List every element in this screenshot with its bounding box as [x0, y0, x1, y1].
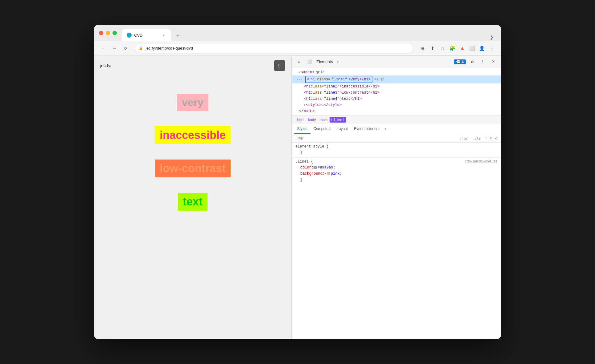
breadcrumb-h1-line1[interactable]: h1.line1	[330, 117, 346, 123]
styles-tab-more[interactable]: »	[383, 126, 388, 132]
back-button[interactable]: ←	[99, 44, 108, 53]
tab-list-button[interactable]: ❯	[487, 34, 496, 41]
traffic-light-green[interactable]	[113, 31, 117, 35]
tag-style: <style>…</style>	[306, 102, 342, 108]
site-title: jec.fyi	[100, 63, 111, 68]
tree-row-main-close[interactable]: </main>	[292, 108, 501, 114]
devtools-settings-button[interactable]: ⚙	[468, 58, 476, 66]
tag-h1-name: h1	[310, 77, 315, 82]
val-line2: "line2"	[324, 84, 339, 89]
tag-line4: <h1	[304, 96, 311, 102]
tab-event-listeners[interactable]: Event Listeners	[351, 124, 383, 134]
word-inaccessible: inaccessible	[155, 126, 231, 144]
more-dots-icon: ⋮	[481, 59, 485, 64]
style-source-link[interactable]: cds-quest-cvd:11	[465, 160, 497, 163]
dark-mode-button[interactable]: ☾	[274, 60, 285, 71]
back-to-source-button[interactable]: ◁	[495, 136, 497, 141]
new-tab-button[interactable]: +	[174, 31, 182, 40]
element-style-text: element.style {	[295, 144, 329, 149]
tag-main-open: <	[301, 70, 303, 75]
lock-icon: 🔒	[139, 46, 143, 50]
devtools-panel: ⊡ ⬜ Elements » 💬 4 ⚙ ⋮ ×	[291, 56, 501, 339]
url-text: jec.fyi/demo/cds-quest-cvd	[146, 46, 193, 51]
selected-element-highlight: <h1 class="line1">very</h1>	[305, 76, 372, 83]
tree-row-h1-line1[interactable]: ··· <h1 class="line1">very</h1> == $0	[292, 75, 501, 83]
breadcrumb-body[interactable]: body	[306, 117, 318, 123]
share-button[interactable]: ⬆	[428, 44, 437, 53]
traffic-light-red[interactable]	[99, 31, 103, 35]
reload-icon: ↺	[124, 46, 127, 51]
devtools-more-tabs[interactable]: »	[335, 59, 340, 64]
browser-window: 🌐 CVD × + ❯ ← → ↺ 🔒 jec.fyi/demo/cds-que…	[94, 25, 501, 339]
tab-computed[interactable]: Computed	[310, 124, 334, 134]
attr-line3: class=	[311, 90, 324, 95]
browser-tab-cvd[interactable]: 🌐 CVD ×	[122, 29, 171, 41]
tab-styles[interactable]: Styles	[294, 124, 310, 134]
semicolon-2: ;	[340, 171, 342, 176]
element-style-brace: }	[300, 150, 302, 155]
reload-button[interactable]: ↺	[121, 44, 130, 53]
tag-line2: <h1	[304, 84, 311, 89]
hov-filter-button[interactable]: :hov	[458, 136, 469, 141]
tab-close-button[interactable]: ×	[161, 33, 166, 38]
color-swatch-a9a9a9[interactable]	[314, 166, 317, 169]
page-header: jec.fyi ☾	[100, 56, 285, 75]
elements-tree: ▼ <main> grid ··· <h1 class="line1">very…	[292, 68, 501, 116]
tag-main-closing: </main>	[299, 108, 314, 114]
add-style-button[interactable]: +	[485, 135, 488, 141]
browser-toolbar: ← → ↺ 🔒 jec.fyi/demo/cds-quest-cvd ⊕ ⬆ ☆…	[94, 41, 501, 56]
tag-main-name: main	[303, 70, 312, 75]
expand-triangle-icon[interactable]: ▶	[325, 171, 326, 176]
colon-2: :	[322, 171, 325, 176]
devtools-close-button[interactable]: ×	[489, 58, 497, 66]
address-bar[interactable]: 🔒 jec.fyi/demo/cds-quest-cvd	[135, 44, 413, 53]
element-style-close: }	[295, 149, 497, 156]
word-low-contrast: low-contrast	[155, 160, 231, 177]
inspect-element-button[interactable]: ⊡	[295, 58, 303, 66]
content-area: jec.fyi ☾ very inaccessible low-contrast…	[94, 56, 501, 339]
tree-row-h1-line3[interactable]: <h1 class="line3">low-contrast</h1>	[292, 90, 501, 96]
device-icon: ⬜	[307, 59, 312, 64]
search-button[interactable]: ⊕	[418, 44, 427, 53]
tab-layout[interactable]: Layout	[334, 124, 351, 134]
devtools-toolbar: ⊡ ⬜ Elements » 💬 4 ⚙ ⋮ ×	[292, 56, 501, 68]
tree-row-h1-line4[interactable]: <h1 class="line4">text</h1>	[292, 96, 501, 102]
styles-tabs: Styles Computed Layout Event Listeners »	[292, 124, 501, 134]
tree-row-style[interactable]: ▶ <style>…</style>	[292, 102, 501, 108]
demo-words: very inaccessible low-contrast text	[100, 75, 285, 223]
chrome-more-button[interactable]: ⋮	[487, 44, 496, 53]
breadcrumb-html[interactable]: html	[295, 117, 306, 123]
forward-button[interactable]: →	[110, 44, 119, 53]
tree-row-h1-line2[interactable]: <h1 class="line2">inaccessible</h1>	[292, 83, 501, 90]
content-line4: >text</h1>	[339, 96, 362, 102]
val-line3: "line3"	[324, 90, 339, 95]
extensions-extra-button[interactable]: 🔺	[458, 44, 466, 53]
toolbar-actions: ⊕ ⬆ ☆ 🧩 🔺 ⬜ 👤 ⋮	[418, 44, 496, 53]
cls-filter-button[interactable]: .cls	[471, 136, 482, 141]
device-toolbar-button[interactable]: ⬜	[306, 58, 314, 66]
color-swatch-pink[interactable]	[327, 172, 330, 175]
line1-selector: .line1 { cds-quest-cvd:11	[295, 160, 497, 164]
extensions-button[interactable]: 🧩	[448, 44, 457, 53]
filter-input[interactable]	[295, 136, 456, 140]
elements-tab-label[interactable]: Elements	[316, 59, 333, 64]
bookmark-button[interactable]: ☆	[438, 44, 447, 53]
profile-button[interactable]: 👤	[478, 44, 486, 53]
tab-title: CVD	[134, 33, 142, 38]
tree-row-main[interactable]: ▼ <main> grid	[292, 69, 501, 75]
word-very: very	[177, 94, 208, 111]
semicolon-1: ;	[333, 165, 335, 170]
breadcrumb-main[interactable]: main	[318, 117, 330, 123]
settings-icon: ⚙	[471, 59, 474, 64]
grid-view-button[interactable]: ⊞	[490, 136, 492, 141]
css-value-background: pink	[331, 171, 340, 176]
devtools-more-button[interactable]: ⋮	[479, 58, 487, 66]
dollar-zero-label: == $0	[374, 77, 384, 82]
attr-line4: class=	[311, 96, 324, 102]
breadcrumb-bar: html body main h1.line1	[292, 116, 501, 124]
sidebar-button[interactable]: ⬜	[468, 44, 476, 53]
line1-close-brace: }	[300, 177, 302, 183]
title-bar: 🌐 CVD × + ❯	[94, 25, 501, 41]
traffic-light-yellow[interactable]	[106, 31, 110, 35]
css-property-background: background	[300, 171, 322, 176]
